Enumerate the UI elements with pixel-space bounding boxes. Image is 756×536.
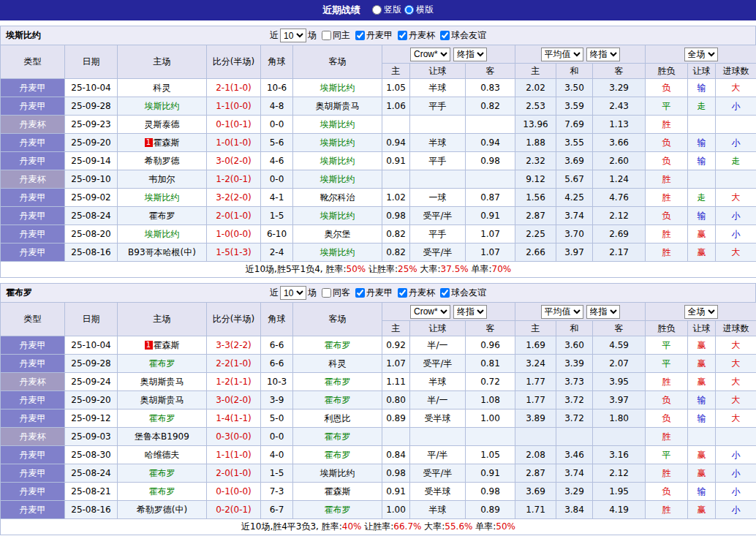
team-link[interactable]: 霍布罗	[149, 211, 175, 221]
team-link[interactable]: 霍布罗	[149, 468, 175, 478]
odds-stage-select[interactable]: 终指	[453, 305, 487, 319]
average-odds-cell: 2.32	[515, 152, 556, 170]
team-link[interactable]: 奥胡斯贵马	[140, 395, 184, 405]
team-link[interactable]: 埃斯比约	[320, 174, 355, 184]
team-link[interactable]: 希勒罗德(中)	[137, 505, 187, 515]
result-cell: 大	[716, 336, 756, 355]
average-odds-select[interactable]: 平均值	[541, 48, 583, 61]
team-link[interactable]: 奥胡斯贵马	[316, 101, 360, 111]
score-cell: 2-0(1-0)	[207, 207, 261, 225]
score-cell: 1-0(1-0)	[207, 134, 261, 152]
team-link[interactable]: 堡鲁本B1909	[135, 431, 189, 442]
competition-checkbox[interactable]	[440, 288, 450, 298]
scope-header: 全场	[646, 45, 756, 64]
team-link[interactable]: 埃斯比约	[320, 156, 355, 166]
team-link[interactable]: 埃斯比约	[320, 468, 355, 478]
average-odds-select[interactable]: 平均值	[541, 305, 583, 319]
team-link[interactable]: 埃斯比约	[320, 137, 355, 148]
team-link[interactable]: 科灵	[154, 83, 171, 93]
competition-checkbox[interactable]	[355, 31, 365, 40]
team-link[interactable]: 埃斯比约	[320, 247, 355, 257]
team-link[interactable]: 利恩比	[325, 413, 351, 423]
layout-vertical-option[interactable]: 竖版	[372, 4, 401, 16]
team-link[interactable]: 埃斯比约	[145, 101, 180, 111]
team-link[interactable]: 霍森斯	[325, 486, 351, 497]
odds-stage-select[interactable]: 终指	[453, 48, 487, 61]
competition-filter[interactable]: 丹麦甲	[350, 287, 393, 299]
handicap-odds-cell: 0.91	[382, 483, 410, 501]
team-link[interactable]: 霍森斯	[154, 137, 180, 148]
competition-checkbox[interactable]	[398, 31, 407, 40]
team-link[interactable]: 埃斯比约	[320, 83, 355, 93]
same-venue-checkbox[interactable]	[322, 288, 331, 298]
score-cell: 2-1(1-0)	[207, 79, 261, 97]
team-link[interactable]: 哈维德夫	[145, 450, 180, 460]
match-count-select[interactable]: 10	[280, 286, 306, 300]
same-venue-checkbox[interactable]	[322, 31, 331, 40]
average-odds-header: 平均值终指	[515, 303, 646, 321]
team-link[interactable]: 霍布罗	[325, 450, 351, 460]
handicap-odds-cell: 1.07	[382, 355, 410, 373]
horizontal-radio-icon[interactable]	[404, 5, 414, 15]
corner-cell: 10-3	[261, 373, 293, 391]
team-link[interactable]: 霍布罗	[325, 505, 351, 515]
scope-select[interactable]: 全场	[684, 48, 718, 61]
result-cell: 赢	[688, 244, 716, 262]
handicap-odds-cell: 平/半	[410, 446, 466, 464]
odds-company-select[interactable]: Crow*	[410, 48, 450, 61]
competition-filter[interactable]: 球会友谊	[435, 287, 486, 299]
team-link[interactable]: 希勒罗德	[145, 156, 180, 166]
competition-checkbox[interactable]	[355, 288, 365, 298]
odds-company-select[interactable]: Crow*	[410, 305, 450, 319]
team-link[interactable]: 埃斯比约	[320, 211, 355, 221]
away-team-cell: 霍布罗	[293, 501, 382, 519]
match-row: 丹麦甲 25-09-14 希勒罗德 3-0(2-0) 4-6 埃斯比约 0.91…	[1, 152, 756, 170]
competition-filter[interactable]: 丹麦杯	[393, 29, 435, 42]
away-team-cell: 埃斯比约	[293, 152, 382, 170]
team-link[interactable]: 靴尔科治	[320, 192, 355, 203]
team-link[interactable]: 灵斯泰德	[145, 119, 180, 129]
team-link[interactable]: 霍布罗	[149, 413, 175, 423]
average-odds-cell: 9.12	[515, 170, 556, 189]
average-odds-cell: 3.46	[556, 446, 593, 464]
date-cell: 25-08-21	[65, 483, 118, 501]
average-odds-cell: 3.72	[556, 391, 593, 409]
team-link[interactable]: 霍布罗	[325, 340, 351, 350]
team-link[interactable]: 霍布罗	[325, 377, 351, 387]
average-stage-select[interactable]: 终指	[586, 305, 620, 319]
team-link[interactable]: B93哥本哈根(中)	[128, 247, 196, 257]
team-link[interactable]: 霍森斯	[154, 340, 180, 350]
average-stage-select[interactable]: 终指	[586, 48, 620, 61]
match-row: 丹麦甲 25-10-04 1霍森斯 3-3(2-2) 6-6 霍布罗 0.92半…	[1, 336, 756, 355]
result-cell	[688, 428, 716, 446]
match-count-select[interactable]: 10	[280, 29, 306, 42]
team-link[interactable]: 埃斯比约	[320, 119, 355, 129]
team-link[interactable]: 奥胡斯贵马	[140, 377, 184, 387]
result-cell: 胜	[646, 225, 688, 244]
competition-checkbox[interactable]	[440, 31, 450, 40]
team-link[interactable]: 奥尔堡	[325, 229, 351, 239]
average-odds-cell: 4.19	[593, 501, 646, 519]
score-cell: 1-0(0-0)	[207, 225, 261, 244]
competition-filter[interactable]: 球会友谊	[435, 29, 486, 42]
vertical-radio-icon[interactable]	[372, 5, 382, 15]
competition-checkbox[interactable]	[398, 288, 407, 298]
same-venue-filter[interactable]: 同客	[317, 287, 350, 299]
team-link[interactable]: 霍布罗	[325, 395, 351, 405]
handicap-odds-cell: 0.87	[466, 189, 515, 207]
competition-filter[interactable]: 丹麦杯	[393, 287, 435, 299]
team-link[interactable]: 韦加尔	[149, 174, 175, 184]
team-link[interactable]: 埃斯比约	[145, 192, 180, 203]
team-link[interactable]: 埃斯比约	[145, 229, 180, 239]
competition-filter[interactable]: 丹麦甲	[350, 29, 393, 42]
near-label: 近	[270, 287, 279, 299]
layout-horizontal-option[interactable]: 横版	[404, 4, 434, 16]
team-link[interactable]: 科灵	[329, 358, 347, 369]
scope-select[interactable]: 全场	[684, 305, 718, 319]
team-link[interactable]: 霍布罗	[149, 358, 175, 369]
same-venue-filter[interactable]: 同主	[317, 29, 350, 42]
team-link[interactable]: 霍布罗	[325, 431, 351, 442]
team-link[interactable]: 霍布罗	[149, 486, 175, 497]
average-odds-cell: 3.55	[556, 134, 593, 152]
handicap-odds-cell: 平手	[410, 225, 466, 244]
